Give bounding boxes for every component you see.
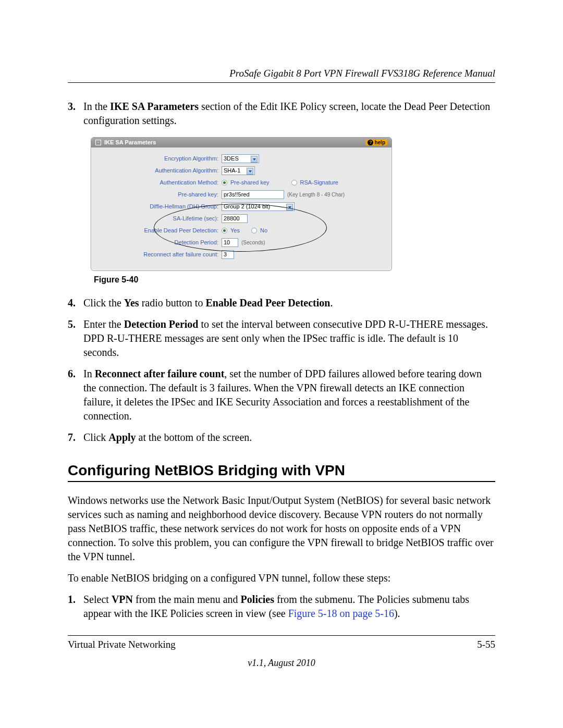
- dh-select[interactable]: Group 2 (1024 bit): [222, 202, 295, 211]
- step-5: 5. Enter the Detection Period to set the…: [68, 317, 495, 360]
- radio-psk[interactable]: [222, 180, 227, 186]
- t: Select: [83, 594, 112, 605]
- label: Diffie-Hellman (DH) Group:: [99, 203, 222, 209]
- t: from the main menu and: [133, 594, 241, 605]
- bold: Policies: [241, 594, 274, 605]
- step-3: 3. In the IKE SA Parameters section of t…: [68, 100, 495, 128]
- sa-lifetime-input[interactable]: [222, 214, 248, 223]
- label: Pre-shared key:: [99, 191, 222, 198]
- t: at the bottom of the screen.: [136, 431, 252, 443]
- row-dh: Diffie-Hellman (DH) Group: Group 2 (1024…: [99, 201, 384, 212]
- radio-dpd-no[interactable]: [251, 228, 257, 233]
- bold: Apply: [108, 431, 136, 443]
- radio-rsa[interactable]: [291, 180, 297, 186]
- row-auth-method: Authentication Method: Pre-shared key RS…: [99, 177, 384, 188]
- encryption-select[interactable]: 3DES: [222, 154, 259, 163]
- row-dpd: Enable Dead Peer Detection: Yes No: [99, 225, 384, 236]
- row-psk: Pre-shared key: (Key Length 8 - 49 Char): [99, 189, 384, 200]
- psk-hint: (Key Length 8 - 49 Char): [287, 192, 345, 198]
- bold: Yes: [124, 297, 139, 309]
- expand-icon: - IKE SA Parameters: [95, 139, 156, 145]
- row-sa-life: SA-Lifetime (sec):: [99, 213, 384, 224]
- auth-alg-select[interactable]: SHA-1: [222, 166, 255, 175]
- page: ProSafe Gigabit 8 Port VPN Firewall FVS3…: [0, 0, 563, 728]
- step-6: 6. In Reconnect after failure count, set…: [68, 367, 495, 423]
- detection-period-input[interactable]: [222, 238, 238, 247]
- step-text: Click Apply at the bottom of the screen.: [83, 430, 495, 445]
- reconnect-count-input[interactable]: [222, 250, 234, 259]
- step-number: 6.: [68, 367, 83, 423]
- t: In: [83, 368, 95, 379]
- row-auth-alg: Authentication Algorithm: SHA-1: [99, 165, 384, 176]
- label: Detection Period:: [99, 239, 222, 245]
- running-header: ProSafe Gigabit 8 Port VPN Firewall FVS3…: [68, 68, 495, 83]
- step-number: 5.: [68, 317, 83, 360]
- footer-left: Virtual Private Networking: [68, 639, 176, 650]
- label: Encryption Algorithm:: [99, 155, 222, 162]
- t: In the: [83, 101, 110, 112]
- radio-dpd-yes[interactable]: [222, 228, 227, 233]
- t: radio button to: [139, 297, 206, 309]
- label: Enable Dead Peer Detection:: [99, 227, 222, 233]
- opt-rsa: RSA-Signature: [300, 179, 338, 186]
- bold: Enable Dead Peer Detection: [205, 297, 330, 309]
- heading-netbios: Configuring NetBIOS Bridging with VPN: [68, 462, 495, 482]
- ike-sa-parameters-panel: - IKE SA Parameters help Encryption Algo…: [91, 137, 392, 271]
- step-number: 7.: [68, 430, 83, 445]
- v: SHA-1: [224, 167, 240, 174]
- step-4: 4. Click the Yes radio button to Enable …: [68, 296, 495, 310]
- steps-list-1: 3. In the IKE SA Parameters section of t…: [68, 100, 495, 128]
- v: 3DES: [224, 155, 239, 162]
- step-text: Enter the Detection Period to set the in…: [83, 317, 495, 360]
- footer-right: 5-55: [477, 639, 495, 650]
- opt-yes: Yes: [230, 227, 240, 233]
- v: Group 2 (1024 bit): [224, 203, 270, 209]
- step-1-netbios: 1. Select VPN from the main menu and Pol…: [68, 593, 495, 621]
- bold: Detection Period: [124, 318, 199, 330]
- t: Click: [83, 431, 108, 443]
- step-number: 4.: [68, 296, 83, 310]
- panel-title-bar: - IKE SA Parameters help: [91, 138, 391, 147]
- t: .: [330, 297, 333, 309]
- para-netbios-intro: Windows networks use the Network Basic I…: [68, 493, 495, 564]
- para-netbios-steps-intro: To enable NetBIOS bridging on a configur…: [68, 571, 495, 585]
- label: Authentication Method:: [99, 179, 222, 186]
- step-7: 7. Click Apply at the bottom of the scre…: [68, 430, 495, 445]
- footer: Virtual Private Networking 5-55: [68, 635, 495, 650]
- figure-caption: Figure 5-40: [94, 275, 495, 285]
- step-text: Select VPN from the main menu and Polici…: [83, 593, 495, 621]
- panel-body: Encryption Algorithm: 3DES Authenticatio…: [91, 147, 391, 270]
- label: SA-Lifetime (sec):: [99, 215, 222, 221]
- t: ).: [394, 608, 400, 619]
- footer-version: v1.1, August 2010: [68, 658, 495, 669]
- row-detect-period: Detection Period: (Seconds): [99, 237, 384, 248]
- figure-5-40: - IKE SA Parameters help Encryption Algo…: [91, 137, 495, 271]
- figure-ref-link[interactable]: Figure 5-18 on page 5-16: [288, 608, 394, 619]
- bold: IKE SA Parameters: [110, 101, 199, 112]
- bold: VPN: [112, 594, 133, 605]
- seconds-hint: (Seconds): [241, 240, 265, 245]
- step-text: In the IKE SA Parameters section of the …: [83, 100, 495, 128]
- t: Enter the: [83, 318, 124, 330]
- bold: Reconnect after failure count: [95, 368, 225, 379]
- t: Click the: [83, 297, 124, 309]
- steps-list-2: 1. Select VPN from the main menu and Pol…: [68, 593, 495, 621]
- opt-psk: Pre-shared key: [230, 179, 270, 186]
- row-encryption: Encryption Algorithm: 3DES: [99, 153, 384, 164]
- panel-title-text: IKE SA Parameters: [104, 139, 156, 145]
- step-text: In Reconnect after failure count, set th…: [83, 367, 495, 423]
- label: Authentication Algorithm:: [99, 167, 222, 174]
- help-button[interactable]: help: [365, 140, 387, 145]
- steps-list-1b: 4. Click the Yes radio button to Enable …: [68, 296, 495, 445]
- row-reconnect: Reconnect after failure count:: [99, 249, 384, 260]
- opt-no: No: [260, 227, 267, 233]
- step-number: 3.: [68, 100, 83, 128]
- step-text: Click the Yes radio button to Enable Dea…: [83, 296, 495, 310]
- psk-input[interactable]: [222, 190, 284, 199]
- label: Reconnect after failure count:: [99, 251, 222, 257]
- step-number: 1.: [68, 593, 83, 621]
